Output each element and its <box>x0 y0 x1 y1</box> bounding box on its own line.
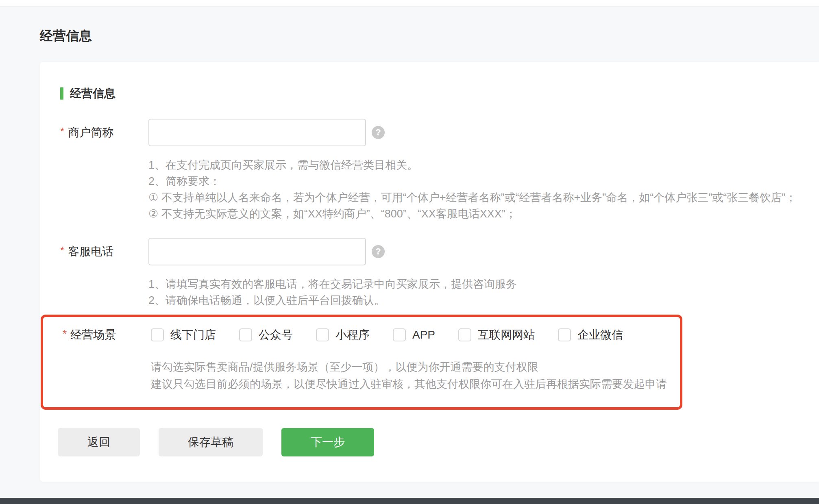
field-label-text: 客服电话 <box>68 244 113 259</box>
field-row-merchant-short-name: * 商户简称 ? <box>60 119 819 146</box>
service-phone-input[interactable] <box>148 238 366 265</box>
checkbox-box[interactable] <box>558 328 571 341</box>
help-line: 2、简称要求： <box>148 173 819 189</box>
required-asterisk: * <box>60 244 64 257</box>
help-line: 1、在支付完成页向买家展示，需与微信经营类目相关。 <box>148 157 819 173</box>
checkbox-label: 企业微信 <box>577 327 623 343</box>
next-step-button[interactable]: 下一步 <box>281 428 374 456</box>
checkbox-official-account[interactable]: 公众号 <box>239 327 293 343</box>
checkbox-label: 公众号 <box>259 327 293 343</box>
checkbox-label: 互联网网站 <box>478 327 535 343</box>
top-bar <box>0 0 819 7</box>
field-label-text: 商户简称 <box>68 125 113 140</box>
field-control-business-scene: 线下门店 公众号 小程序 APP <box>151 327 623 343</box>
help-line: ① 不支持单纯以人名来命名，若为个体户经营，可用“个体户+经营者名称”或“经营者… <box>148 189 819 206</box>
back-button[interactable]: 返回 <box>58 428 140 456</box>
checkbox-box[interactable] <box>458 328 471 341</box>
help-line: 1、请填写真实有效的客服电话，将在交易记录中向买家展示，提供咨询服务 <box>148 276 819 292</box>
scene-highlight-box: * 经营场景 线下门店 公众号 <box>41 315 682 410</box>
field-control-merchant-short-name: ? <box>148 119 385 146</box>
help-line: 请勾选实际售卖商品/提供服务场景（至少一项），以便为你开通需要的支付权限 <box>151 358 680 376</box>
merchant-short-name-input[interactable] <box>148 119 366 146</box>
question-mark-icon[interactable]: ? <box>372 245 385 258</box>
screen: 经营信息 经营信息 * 商户简称 ? 1、在支付完成页向买家展示，需与微信经营类… <box>0 0 819 504</box>
checkbox-label: APP <box>412 328 435 341</box>
question-mark-icon[interactable]: ? <box>372 126 385 139</box>
help-line: 建议只勾选目前必须的场景，以便尽快通过入驻审核，其他支付权限你可在入驻后再根据实… <box>151 376 680 393</box>
footer-bar <box>0 498 819 504</box>
field-label-text: 经营场景 <box>70 327 116 343</box>
required-asterisk: * <box>60 125 64 138</box>
checkbox-label: 线下门店 <box>170 327 216 343</box>
checkbox-mini-program[interactable]: 小程序 <box>316 327 370 343</box>
checkbox-box[interactable] <box>151 328 164 341</box>
help-line: 2、请确保电话畅通，以便入驻后平台回拨确认。 <box>148 292 819 308</box>
service-phone-help: 1、请填写真实有效的客服电话，将在交易记录中向买家展示，提供咨询服务 2、请确保… <box>148 276 819 308</box>
field-label-business-scene: * 经营场景 <box>63 327 151 343</box>
checkbox-box[interactable] <box>393 328 406 341</box>
checkbox-website[interactable]: 互联网网站 <box>458 327 535 343</box>
checkbox-label: 小程序 <box>335 327 370 343</box>
field-label-service-phone: * 客服电话 <box>60 238 148 265</box>
field-label-merchant-short-name: * 商户简称 <box>60 119 148 146</box>
help-line: ② 不支持无实际意义的文案，如“XX特约商户”、“800”、“XX客服电话XXX… <box>148 206 819 222</box>
checkbox-offline-store[interactable]: 线下门店 <box>151 327 216 343</box>
section-accent-bar <box>60 87 63 100</box>
business-info-card: 经营信息 * 商户简称 ? 1、在支付完成页向买家展示，需与微信经营类目相关。 … <box>40 62 819 482</box>
page-title: 经营信息 <box>40 27 819 45</box>
action-button-row: 返回 保存草稿 下一步 <box>58 428 819 456</box>
checkbox-box[interactable] <box>239 328 252 341</box>
checkbox-box[interactable] <box>316 328 329 341</box>
business-scene-help: 请勾选实际售卖商品/提供服务场景（至少一项），以便为你开通需要的支付权限 建议只… <box>151 358 680 393</box>
required-asterisk: * <box>63 328 67 340</box>
section-header: 经营信息 <box>60 87 819 100</box>
save-draft-button[interactable]: 保存草稿 <box>159 428 263 456</box>
field-control-service-phone: ? <box>148 238 385 265</box>
checkbox-wecom[interactable]: 企业微信 <box>558 327 623 343</box>
field-row-service-phone: * 客服电话 ? <box>60 238 819 265</box>
field-row-business-scene: * 经营场景 线下门店 公众号 <box>63 327 680 343</box>
section-title: 经营信息 <box>70 86 115 101</box>
checkbox-app[interactable]: APP <box>393 328 435 341</box>
scene-checkbox-group: 线下门店 公众号 小程序 APP <box>151 327 623 343</box>
merchant-short-name-help: 1、在支付完成页向买家展示，需与微信经营类目相关。 2、简称要求： ① 不支持单… <box>148 157 819 222</box>
